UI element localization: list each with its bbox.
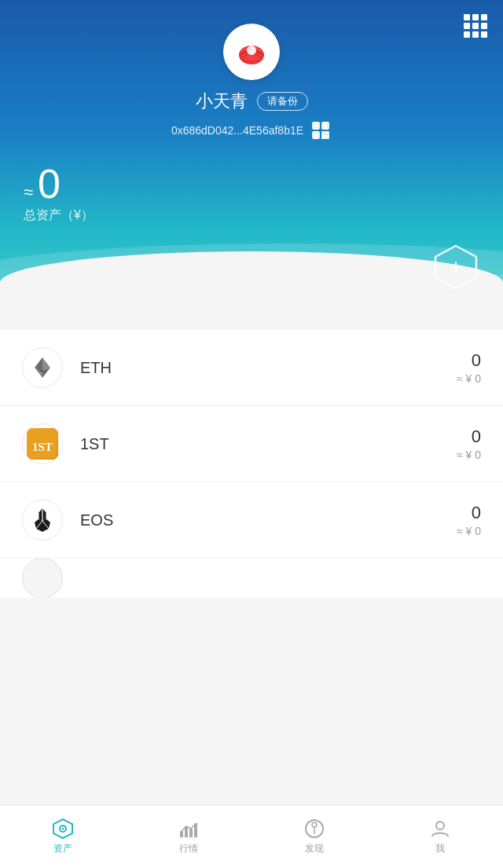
eos-cny: ≈ ¥ 0 xyxy=(457,525,481,537)
svg-point-34 xyxy=(62,828,64,830)
nav-item-discover[interactable]: 发现 xyxy=(252,811,377,863)
eos-logo xyxy=(22,500,63,540)
grid-dot xyxy=(472,14,479,20)
grid-dot xyxy=(472,31,479,38)
eos-amount: 0 xyxy=(457,503,481,523)
eth-symbol: ETH xyxy=(80,359,457,377)
eth-balance: 0 ≈ ¥ 0 xyxy=(457,350,481,385)
balance-label: 总资产（¥） xyxy=(24,207,503,224)
1st-amount: 0 xyxy=(457,427,481,447)
header-area: 小天青 请备份 0x686dD042...4E56af8b1E xyxy=(0,0,503,330)
1st-logo: 1ST xyxy=(22,423,63,464)
add-asset-button[interactable]: + xyxy=(432,244,479,294)
eth-logo xyxy=(22,347,63,388)
grid-dot xyxy=(481,14,487,20)
grid-dot xyxy=(472,23,479,29)
nav-item-me[interactable]: 我 xyxy=(377,811,503,863)
eth-cny: ≈ ¥ 0 xyxy=(457,372,481,385)
nav-label-me: 我 xyxy=(435,842,445,855)
balance-area: ≈ 0 总资产（¥） xyxy=(0,163,503,224)
token-item-1st[interactable]: 1ST 1ST 0 ≈ ¥ 0 xyxy=(0,406,503,482)
qr-code-icon[interactable] xyxy=(310,119,332,141)
svg-rect-35 xyxy=(180,831,183,837)
nav-item-market[interactable]: 行情 xyxy=(126,811,252,863)
grid-dot xyxy=(481,23,487,29)
wallet-address[interactable]: 0x686dD042...4E56af8b1E xyxy=(171,124,303,137)
svg-point-3 xyxy=(247,46,256,55)
avatar-image xyxy=(231,31,272,72)
grid-dot xyxy=(464,14,470,20)
content-area: 小天青 请备份 0x686dD042...4E56af8b1E xyxy=(0,0,503,805)
eos-symbol: EOS xyxy=(80,511,457,529)
svg-rect-6 xyxy=(314,124,318,127)
market-icon xyxy=(178,819,199,839)
nav-item-assets[interactable]: 资产 xyxy=(0,811,126,863)
eth-amount: 0 xyxy=(457,350,481,371)
approx-symbol: ≈ xyxy=(24,182,33,203)
avatar[interactable] xyxy=(223,24,280,80)
svg-rect-8 xyxy=(324,124,327,127)
me-icon xyxy=(430,819,450,839)
eos-balance: 0 ≈ ¥ 0 xyxy=(457,503,481,537)
svg-rect-13 xyxy=(322,135,325,138)
grid-dot xyxy=(464,23,470,29)
svg-point-4 xyxy=(248,47,252,50)
address-row: 0x686dD042...4E56af8b1E xyxy=(0,119,503,141)
grid-dot xyxy=(481,31,487,38)
backup-button[interactable]: 请备份 xyxy=(257,92,308,111)
discover-icon xyxy=(304,819,325,839)
svg-rect-10 xyxy=(314,134,318,137)
svg-text:1ST: 1ST xyxy=(32,441,53,453)
svg-rect-37 xyxy=(189,829,193,837)
svg-rect-14 xyxy=(327,135,329,138)
token-list: ETH 0 ≈ ¥ 0 1ST 1ST 0 ≈ ¥ 0 xyxy=(0,330,503,598)
nav-label-discover: 发现 xyxy=(305,842,324,855)
1st-balance: 0 ≈ ¥ 0 xyxy=(457,427,481,461)
nav-label-market: 行情 xyxy=(179,842,198,855)
partial-logo xyxy=(22,559,63,598)
grid-menu-icon[interactable] xyxy=(464,14,487,38)
svg-point-42 xyxy=(436,822,444,830)
token-item-eos[interactable]: EOS 0 ≈ ¥ 0 xyxy=(0,482,503,559)
svg-point-40 xyxy=(312,822,317,827)
svg-rect-11 xyxy=(322,132,324,134)
balance-value: 0 xyxy=(38,163,61,204)
avatar-container xyxy=(0,0,503,80)
grid-dot xyxy=(464,31,470,38)
svg-text:+: + xyxy=(450,255,461,278)
token-item-partial[interactable] xyxy=(0,559,503,598)
1st-symbol: 1ST xyxy=(80,435,457,453)
nav-label-assets: 资产 xyxy=(53,842,72,855)
wallet-name-row: 小天青 请备份 xyxy=(0,90,503,113)
bottom-navigation: 资产 行情 发现 xyxy=(0,805,503,868)
wallet-name: 小天青 xyxy=(196,90,248,113)
1st-cny: ≈ ¥ 0 xyxy=(457,449,481,461)
assets-icon xyxy=(53,819,73,839)
svg-rect-12 xyxy=(325,132,329,134)
token-item-eth[interactable]: ETH 0 ≈ ¥ 0 xyxy=(0,330,503,406)
